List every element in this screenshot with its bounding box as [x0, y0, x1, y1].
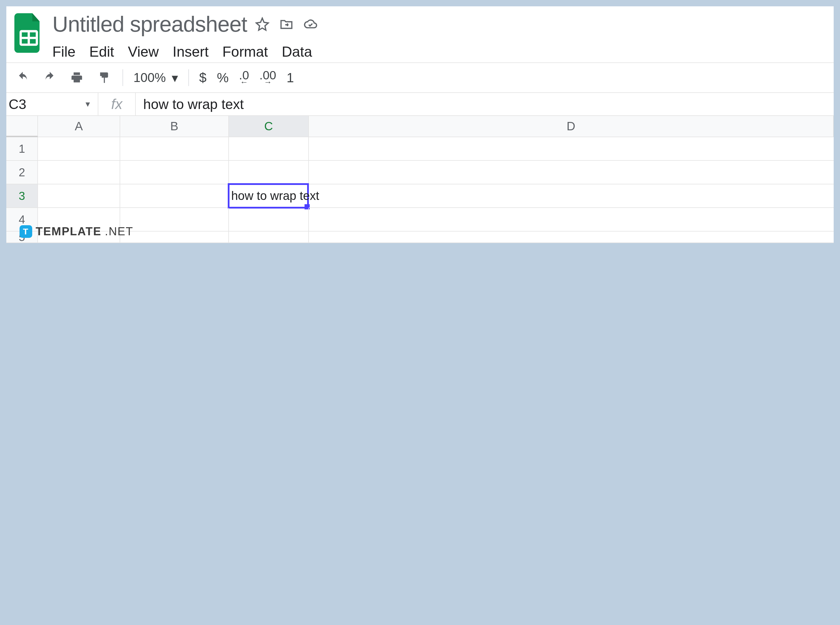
column-header-d[interactable]: D	[309, 116, 834, 137]
toolbar: 100% ▾ $ % .0 ← .00 → 1	[6, 62, 834, 93]
decrease-decimal-button[interactable]: .0 ←	[239, 70, 249, 85]
move-folder-icon[interactable]	[279, 17, 293, 31]
cell[interactable]	[309, 232, 834, 243]
cell[interactable]	[120, 184, 229, 208]
arrow-left-icon: ←	[240, 80, 248, 85]
chevron-down-icon: ▼	[84, 100, 92, 109]
fx-label: fx	[98, 93, 136, 115]
toolbar-separator	[123, 69, 123, 86]
menu-insert[interactable]: Insert	[172, 44, 208, 60]
menu-view[interactable]: View	[128, 44, 159, 60]
zoom-value: 100%	[134, 70, 166, 85]
cell[interactable]	[120, 232, 229, 243]
watermark-badge-icon: T	[20, 225, 32, 238]
format-currency-button[interactable]: $	[199, 70, 207, 86]
row-header-2[interactable]: 2	[6, 161, 38, 184]
paint-format-icon[interactable]	[95, 71, 112, 85]
cell[interactable]	[38, 184, 120, 208]
menu-bar: File Edit View Insert Format Data	[52, 37, 826, 60]
cell-c3-selected[interactable]: how to wrap text	[229, 184, 309, 208]
document-title[interactable]: Untitled spreadsheet	[52, 11, 247, 37]
redo-icon[interactable]	[41, 71, 58, 85]
formula-bar: C3 ▼ fx how to wrap text	[6, 93, 834, 116]
font-size-fragment[interactable]: 1	[286, 70, 294, 86]
watermark-suffix: .NET	[105, 225, 134, 238]
column-header-a[interactable]: A	[38, 116, 120, 137]
increase-decimal-button[interactable]: .00 →	[259, 70, 276, 85]
format-percent-button[interactable]: %	[217, 70, 228, 86]
menu-format[interactable]: Format	[222, 44, 268, 60]
name-box[interactable]: C3 ▼	[6, 93, 98, 115]
menu-edit[interactable]: Edit	[89, 44, 114, 60]
spreadsheet-grid: A B C D 1 2 3 how to	[6, 116, 834, 243]
header: Untitled spreadsheet File Edit View Inse…	[6, 6, 834, 62]
cell[interactable]	[309, 208, 834, 232]
column-header-c[interactable]: C	[229, 116, 309, 137]
cell[interactable]	[309, 184, 834, 208]
cell[interactable]	[38, 161, 120, 184]
cell[interactable]	[120, 161, 229, 184]
cell[interactable]	[120, 208, 229, 232]
cell[interactable]	[38, 137, 120, 161]
row-header-1[interactable]: 1	[6, 137, 38, 161]
cell-reference: C3	[9, 96, 26, 112]
undo-icon[interactable]	[14, 71, 31, 85]
formula-input[interactable]: how to wrap text	[136, 93, 834, 115]
column-header-b[interactable]: B	[120, 116, 229, 137]
print-icon[interactable]	[68, 71, 85, 85]
select-all-corner[interactable]	[6, 116, 38, 137]
cell[interactable]	[229, 161, 309, 184]
app-window: Untitled spreadsheet File Edit View Inse…	[6, 6, 834, 244]
menu-file[interactable]: File	[52, 44, 76, 60]
cloud-status-icon[interactable]	[303, 17, 318, 31]
cell[interactable]	[229, 137, 309, 161]
watermark-brand: TEMPLATE	[36, 225, 101, 238]
chevron-down-icon: ▾	[172, 70, 178, 85]
row-header-3[interactable]: 3	[6, 184, 38, 208]
cell[interactable]	[120, 137, 229, 161]
menu-data[interactable]: Data	[282, 44, 312, 60]
cell[interactable]	[229, 232, 309, 243]
cell[interactable]	[229, 208, 309, 232]
watermark: T TEMPLATE.NET	[20, 225, 134, 238]
cell[interactable]	[309, 137, 834, 161]
star-icon[interactable]	[255, 17, 269, 31]
cell-value: how to wrap text	[231, 189, 319, 203]
arrow-right-icon: →	[264, 80, 272, 85]
zoom-dropdown[interactable]: 100% ▾	[134, 70, 178, 85]
sheets-logo-icon[interactable]	[14, 13, 43, 52]
toolbar-separator	[188, 69, 189, 86]
cell[interactable]	[309, 161, 834, 184]
